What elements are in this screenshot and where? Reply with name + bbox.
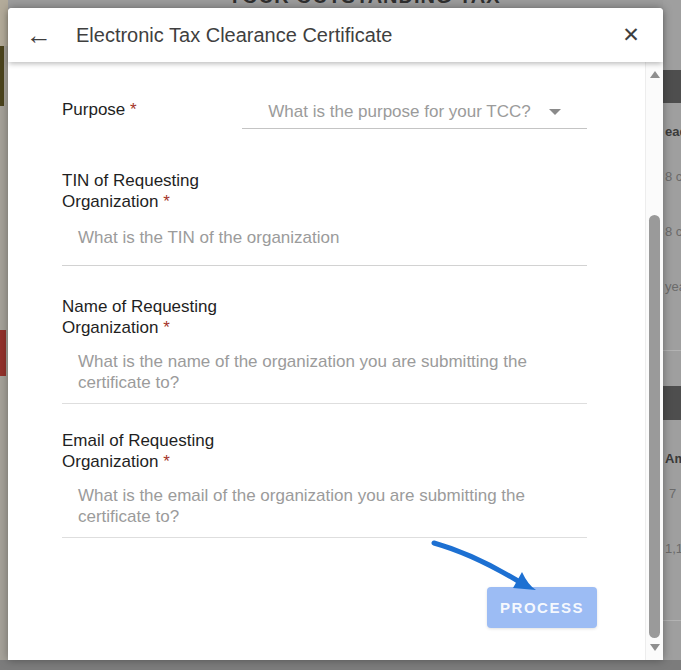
dialog-body: Purpose * What is the purpose for your T… (8, 62, 645, 660)
screen: YOUR OUTSTANDING TAX ead 8 c 8 c yea Am … (0, 0, 681, 670)
dialog-title: Electronic Tax Clearance Certificate (76, 24, 392, 47)
scroll-down-arrow-icon[interactable] (650, 644, 660, 651)
dimmed-background-top: YOUR OUTSTANDING TAX (0, 0, 681, 8)
purpose-placeholder: What is the purpose for your TCC? (268, 102, 530, 122)
purpose-label: Purpose * (62, 99, 137, 120)
tin-input-underline (62, 265, 587, 266)
dimmed-background-bottom (0, 660, 681, 670)
background-table-header-bar (663, 70, 681, 103)
purpose-select[interactable]: What is the purpose for your TCC? (242, 95, 587, 129)
dimmed-background-right: ead 8 c 8 c yea Am 7 1,1 (663, 0, 681, 670)
arrow-left-icon: ← (26, 22, 52, 48)
org-email-input[interactable]: What is the email of the organization yo… (78, 485, 560, 527)
background-divider (663, 620, 681, 621)
background-text-fragment: yea (665, 279, 681, 294)
background-heading-fragment: YOUR OUTSTANDING TAX (228, 0, 501, 8)
required-asterisk: * (163, 318, 170, 337)
background-text-fragment: 1,1 (665, 541, 681, 556)
chevron-down-icon (549, 109, 561, 115)
background-text-fragment: Am (665, 451, 681, 466)
org-email-input-underline (62, 537, 587, 538)
background-text-fragment: ead (665, 124, 681, 139)
required-asterisk: * (163, 452, 170, 471)
scrollbar-thumb[interactable] (649, 215, 660, 638)
process-button[interactable]: PROCESS (487, 587, 597, 628)
required-asterisk: * (163, 192, 170, 211)
dimmed-background-left (0, 0, 8, 670)
org-name-label: Name of Requesting Organization * (62, 296, 242, 338)
tin-label: TIN of Requesting Organization * (62, 170, 232, 212)
org-name-input[interactable]: What is the name of the organization you… (78, 351, 560, 393)
background-block (0, 0, 8, 46)
background-block (0, 330, 6, 376)
org-email-label: Email of Requesting Organization * (62, 430, 242, 472)
tcc-request-dialog: ← Electronic Tax Clearance Certificate ✕… (8, 8, 663, 660)
dialog-scrollbar[interactable] (645, 62, 663, 660)
background-divider (663, 350, 681, 351)
background-text-fragment: 8 c (665, 224, 681, 239)
background-block (0, 46, 4, 106)
background-text-fragment: 8 c (665, 169, 681, 184)
dialog-header: ← Electronic Tax Clearance Certificate ✕ (8, 8, 663, 62)
org-name-input-underline (62, 403, 587, 404)
required-asterisk: * (130, 100, 137, 119)
back-button[interactable]: ← (24, 20, 54, 50)
tin-input[interactable]: What is the TIN of the organization (78, 227, 339, 248)
background-table-header-bar (663, 386, 681, 420)
close-button[interactable]: ✕ (617, 21, 645, 49)
scroll-up-arrow-icon[interactable] (650, 71, 660, 78)
background-text-fragment: 7 (669, 486, 676, 501)
close-icon: ✕ (622, 23, 640, 47)
